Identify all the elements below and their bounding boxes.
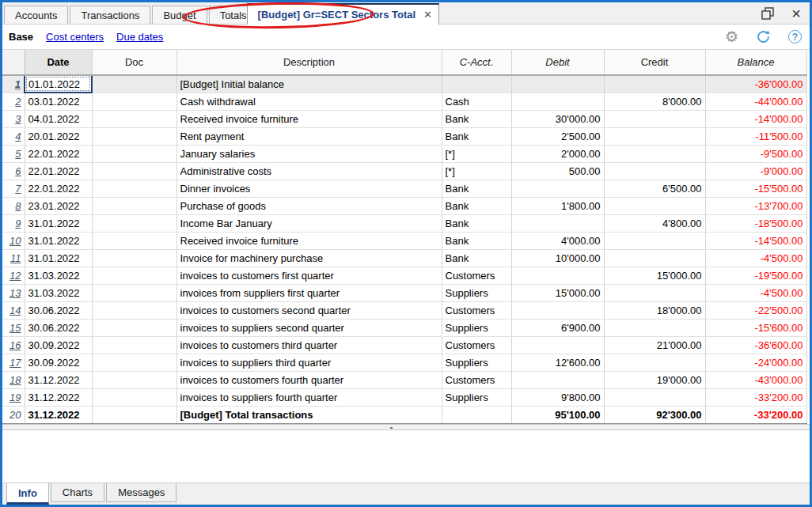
row-number[interactable]: 4 — [2, 127, 25, 145]
cell-doc[interactable] — [92, 162, 176, 180]
cell-date[interactable]: 03.01.2022 — [25, 93, 92, 110]
cell-date[interactable]: 31.12.2022 — [25, 406, 92, 423]
cell-description[interactable]: Rent payment — [176, 127, 442, 145]
row-number[interactable]: 6 — [2, 162, 25, 180]
cell-contra-account[interactable]: Bank — [442, 127, 511, 145]
cell-debit[interactable]: 1'800.00 — [511, 197, 604, 214]
cell-description[interactable]: invoices to customers third quarter — [176, 336, 442, 354]
cell-balance[interactable]: -43'000.00 — [705, 371, 806, 388]
cell-doc[interactable] — [92, 75, 176, 93]
cell-balance[interactable]: -22'500.00 — [705, 301, 806, 319]
cell-balance[interactable]: -33'200.00 — [705, 388, 806, 406]
tab-charts[interactable]: Charts — [51, 483, 104, 502]
cell-balance[interactable]: -14'500.00 — [705, 232, 806, 249]
cell-description[interactable]: invoices from suppliers first quarter — [176, 284, 442, 301]
cell-doc[interactable] — [92, 145, 176, 162]
cell-contra-account[interactable]: Customers — [442, 336, 511, 354]
cell-credit[interactable] — [604, 197, 705, 214]
cell-credit[interactable] — [604, 388, 705, 406]
column-header-description[interactable]: Description — [176, 50, 442, 75]
cell-contra-account[interactable]: Cash — [442, 93, 511, 110]
cell-contra-account[interactable]: Bank — [442, 214, 511, 232]
cell-date[interactable]: 31.01.2022 — [25, 249, 92, 267]
cell-credit[interactable] — [604, 110, 705, 127]
cell-contra-account[interactable] — [442, 406, 511, 423]
cell-date[interactable]: 31.03.2022 — [25, 284, 92, 301]
cell-description[interactable]: [Budget] Total transactions — [176, 406, 442, 423]
cell-credit[interactable]: 21'000.00 — [604, 336, 705, 354]
cell-doc[interactable] — [92, 319, 176, 336]
cell-balance[interactable]: -4'500.00 — [705, 249, 806, 267]
cell-date[interactable]: 31.01.2022 — [25, 232, 92, 249]
cell-debit[interactable]: 4'000.00 — [511, 232, 604, 249]
view-base[interactable]: Base — [9, 31, 33, 43]
cell-description[interactable]: Received invoice furniture — [176, 110, 442, 127]
cell-debit[interactable] — [511, 301, 604, 319]
column-header-balance[interactable]: Balance — [705, 50, 806, 75]
cell-date[interactable]: 04.01.2022 — [25, 110, 92, 127]
settings-gear-icon[interactable]: ⚙ — [725, 29, 738, 44]
cell-debit[interactable]: 500.00 — [511, 162, 604, 180]
cell-doc[interactable] — [92, 110, 176, 127]
cell-balance[interactable]: -15'600.00 — [705, 319, 806, 336]
cell-contra-account[interactable]: Suppliers — [442, 319, 511, 336]
cell-doc[interactable] — [92, 232, 176, 249]
column-header-doc[interactable]: Doc — [92, 50, 176, 75]
cell-balance[interactable]: -33'200.00 — [705, 406, 806, 423]
cell-contra-account[interactable]: [*] — [442, 145, 511, 162]
cell-contra-account[interactable]: Suppliers — [442, 284, 511, 301]
cell-description[interactable]: invoices to suppliers fourth quarter — [176, 388, 442, 406]
tab-accounts[interactable]: Accounts — [4, 6, 68, 24]
cell-debit[interactable] — [511, 180, 604, 197]
cell-debit[interactable]: 95'100.00 — [511, 406, 604, 423]
row-number[interactable]: 10 — [2, 232, 25, 249]
cell-debit[interactable]: 12'600.00 — [511, 354, 604, 371]
row-number[interactable]: 12 — [2, 267, 25, 284]
cell-description[interactable]: Purchase of goods — [176, 197, 442, 214]
cell-contra-account[interactable]: Bank — [442, 110, 511, 127]
cell-date[interactable]: 22.01.2022 — [25, 162, 92, 180]
cell-credit[interactable]: 4'800.00 — [604, 214, 705, 232]
row-number[interactable]: 8 — [2, 197, 25, 214]
cell-debit[interactable] — [511, 336, 604, 354]
view-due-dates-link[interactable]: Due dates — [116, 31, 163, 43]
cell-balance[interactable]: -36'600.00 — [705, 336, 806, 354]
view-cost-centers-link[interactable]: Cost centers — [46, 31, 104, 43]
cell-doc[interactable] — [92, 127, 176, 145]
tab-budget-sectors-total[interactable]: [Budget] Gr=SECT Sectors Total ✕ — [247, 3, 439, 25]
cell-doc[interactable] — [92, 249, 176, 267]
cell-credit[interactable] — [604, 127, 705, 145]
cell-debit[interactable]: 10'000.00 — [511, 249, 604, 267]
cell-balance[interactable]: -14'000.00 — [705, 110, 806, 127]
row-number[interactable]: 3 — [2, 110, 25, 127]
cell-balance[interactable]: -36'000.00 — [705, 75, 806, 93]
tab-info[interactable]: Info — [6, 483, 49, 505]
cell-contra-account[interactable]: Bank — [442, 232, 511, 249]
cell-doc[interactable] — [92, 336, 176, 354]
cell-date[interactable]: 22.01.2022 — [25, 145, 92, 162]
row-number[interactable]: 2 — [2, 93, 25, 110]
cell-debit[interactable] — [511, 371, 604, 388]
cell-debit[interactable]: 30'000.00 — [511, 110, 604, 127]
horizontal-splitter[interactable] — [2, 424, 810, 430]
cell-credit[interactable]: 18'000.00 — [604, 301, 705, 319]
cell-description[interactable]: invoices to customers second quarter — [176, 301, 442, 319]
cell-doc[interactable] — [92, 406, 176, 423]
row-number[interactable]: 7 — [2, 180, 25, 197]
cell-date[interactable]: 20.01.2022 — [25, 127, 92, 145]
cell-date[interactable]: 30.09.2022 — [25, 354, 92, 371]
cell-date[interactable]: 31.12.2022 — [25, 371, 92, 388]
cell-date[interactable]: 31.12.2022 — [25, 388, 92, 406]
cell-contra-account[interactable]: Customers — [442, 301, 511, 319]
cell-balance[interactable]: -9'000.00 — [705, 162, 806, 180]
cell-credit[interactable]: 92'300.00 — [604, 406, 705, 423]
cell-description[interactable]: Received invoice furniture — [176, 232, 442, 249]
cell-doc[interactable] — [92, 371, 176, 388]
cell-description[interactable]: Invoice for machinery purchase — [176, 249, 442, 267]
tab-budget[interactable]: Budget — [152, 6, 207, 24]
cell-debit[interactable] — [511, 267, 604, 284]
cell-credit[interactable]: 8'000.00 — [604, 93, 705, 110]
row-number[interactable]: 14 — [2, 301, 25, 319]
cell-contra-account[interactable] — [442, 75, 511, 93]
cell-debit[interactable]: 2'000.00 — [511, 145, 604, 162]
